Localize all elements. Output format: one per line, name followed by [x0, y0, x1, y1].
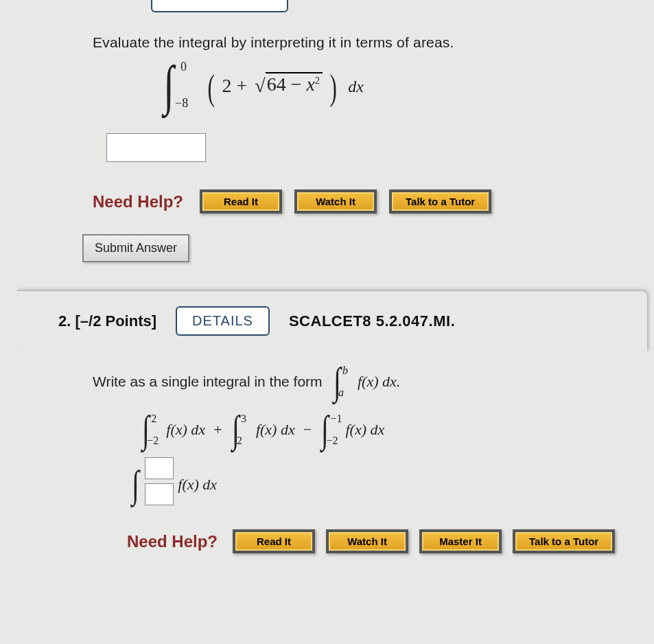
term1: ∫ 2 −2 f(x) dx [141, 413, 205, 447]
form-upper: b [342, 365, 348, 377]
q2-prompt: Write as a single integral in the form [93, 373, 323, 390]
upper-limit: 0 [180, 60, 187, 74]
q2-header: 2. [–/2 Points] DETAILS SCALCET8 5.2.047… [17, 290, 649, 351]
answer-lower-input[interactable] [145, 483, 174, 505]
term3: ∫ −1 −2 f(x) dx [320, 413, 384, 447]
t2-upper: 3 [241, 413, 246, 425]
sqrt: √ 64 − x2 [252, 73, 323, 97]
master-it-button[interactable]: Master It [419, 529, 502, 553]
q2-need-help-row: Need Help? Read It Watch It Master It Ta… [127, 529, 647, 553]
q2-expression: ∫ 2 −2 f(x) dx + ∫ 3 2 f(x) dx − [141, 413, 647, 447]
talk-to-tutor-button-q2[interactable]: Talk to a Tutor [513, 529, 615, 553]
answer-upper-input[interactable] [145, 457, 174, 479]
t2-integrand: f(x) dx [256, 421, 295, 439]
q2-code: SCALCET8 5.2.047.MI. [289, 312, 455, 330]
read-it-button-q2[interactable]: Read It [233, 529, 315, 553]
form-lower: a [338, 387, 344, 399]
t2-lower: 2 [237, 435, 242, 447]
q1-integral: ∫ 0 −8 ( 2 + √ 64 − x2 ) dx [161, 61, 647, 116]
term2: ∫ 3 2 f(x) dx [231, 413, 295, 447]
q2-body: Write as a single integral in the form ∫… [93, 365, 647, 553]
t1-lower: −2 [147, 435, 159, 447]
q2-form-integral: ∫ b a f(x) dx. [332, 365, 401, 399]
page: Evaluate the integral by interpreting it… [0, 0, 654, 644]
integrand: ( 2 + √ 64 − x2 ) dx [205, 73, 364, 97]
const-two: 2 [222, 75, 232, 96]
minus-sign: − [291, 73, 302, 95]
q1-answer-input[interactable] [106, 133, 206, 162]
q2-answer-row: ∫ f(x) dx [130, 464, 647, 505]
need-help-label: Need Help? [93, 192, 183, 211]
content-area: Evaluate the integral by interpreting it… [58, 21, 647, 553]
read-it-button[interactable]: Read It [200, 189, 282, 214]
watch-it-button-q2[interactable]: Watch It [326, 529, 408, 553]
t1-upper: 2 [151, 413, 156, 425]
q2-number: 2. [58, 312, 71, 330]
talk-to-tutor-button[interactable]: Talk to a Tutor [389, 189, 491, 214]
dx: dx [348, 78, 364, 95]
plus: + [213, 421, 222, 439]
q1-prompt: Evaluate the integral by interpreting it… [93, 34, 647, 51]
radicand-exp: 2 [315, 76, 320, 86]
minus: − [303, 421, 312, 439]
form-integrand: f(x) dx. [358, 373, 400, 391]
integral-symbol: ∫ [163, 63, 174, 107]
radicand-x: x [306, 73, 314, 95]
submit-answer-button[interactable]: Submit Answer [82, 234, 189, 262]
q2-number-points: 2. [–/2 Points] [58, 312, 156, 330]
need-help-label-q2: Need Help? [127, 532, 218, 551]
t3-integrand: f(x) dx [345, 421, 384, 439]
answer-limits [145, 457, 174, 505]
t3-lower: −2 [326, 435, 338, 447]
lower-limit: −8 [175, 96, 188, 111]
q2-points: [–/2 Points] [75, 312, 156, 330]
answer-integral: ∫ [130, 471, 141, 498]
t1-integrand: f(x) dx [166, 421, 205, 439]
integral-limits: 0 −8 [180, 61, 201, 109]
previous-answer-input[interactable] [151, 0, 288, 12]
q1-need-help-row: Need Help? Read It Watch It Talk to a Tu… [93, 189, 647, 214]
q2-prompt-line: Write as a single integral in the form ∫… [93, 365, 647, 399]
plus-sign: + [237, 75, 248, 96]
t3-upper: −1 [330, 413, 342, 425]
radicand-64: 64 [267, 73, 286, 95]
answer-integrand: f(x) dx [178, 476, 217, 494]
watch-it-button[interactable]: Watch It [294, 189, 377, 214]
details-button[interactable]: DETAILS [176, 306, 270, 336]
